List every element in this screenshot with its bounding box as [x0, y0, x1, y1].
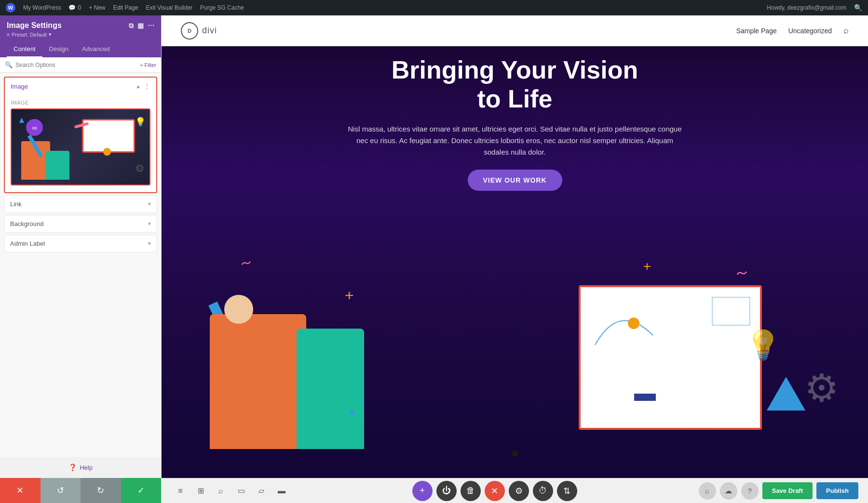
admin-label-expand-icon[interactable]: ▾ — [148, 240, 151, 247]
undo-button[interactable]: ↺ — [41, 478, 81, 503]
admin-label-section-card: Admin Label ▾ — [4, 235, 157, 252]
edit-page-link[interactable]: Edit Page — [113, 4, 138, 11]
background-section-header[interactable]: Background ▾ — [4, 215, 157, 232]
toolbar-grid-button[interactable]: ⊞ — [191, 482, 210, 500]
panel-title-icons: ⧉ ▦ ⋯ — [129, 22, 154, 30]
toolbar-cloud-button[interactable]: ☁ — [720, 482, 737, 500]
illus-teal-shape — [297, 329, 364, 449]
toolbar-left: ≡ ⊞ ⌕ ▭ ▱ ▬ — [171, 482, 291, 500]
tab-design[interactable]: Design — [42, 41, 75, 57]
toolbar-help-button[interactable]: ? — [741, 482, 759, 500]
redo-button[interactable]: ↻ — [81, 478, 121, 503]
toolbar-sort-button[interactable]: ⇅ — [557, 481, 577, 501]
hero-heading: Bringing Your Vision to Life — [392, 56, 638, 114]
save-draft-button[interactable]: Save Draft — [762, 482, 813, 499]
svg-point-0 — [628, 318, 639, 329]
panel-title-text: Image Settings — [7, 21, 62, 30]
toolbar-mobile-button[interactable]: ▬ — [272, 482, 291, 500]
toolbar-center: + ⏻ 🗑 ✕ ⚙ ⏱ ⇅ — [412, 481, 577, 501]
background-expand-icon[interactable]: ▾ — [148, 221, 151, 227]
panel-header: Image Settings ⧉ ▦ ⋯ Preset: Default ▾ — [0, 15, 161, 41]
toolbar-close-button[interactable]: ✕ — [485, 481, 505, 501]
illus-yellow-dot — [103, 148, 111, 156]
divi-d-letter: D — [188, 28, 191, 34]
image-preview[interactable]: ∞ ⚙ 💡 ▲ — [11, 108, 150, 185]
toolbar-search-button[interactable]: ⌕ — [212, 482, 230, 500]
illus-big-whiteboard — [579, 285, 762, 430]
wp-logo-icon[interactable]: W — [6, 3, 15, 13]
image-section-content: Image ∞ ⚙ 💡 — [5, 95, 156, 192]
background-section-title: Background — [10, 220, 43, 227]
admin-label-section-title: Admin Label — [10, 240, 45, 247]
link-section-title: Link — [10, 200, 22, 208]
hero-heading-line1: Bringing Your Vision — [392, 56, 638, 84]
filter-button[interactable]: + Filter — [140, 62, 156, 68]
admin-label-section-header[interactable]: Admin Label ▾ — [4, 235, 157, 252]
illus-navy-rect — [634, 394, 656, 401]
toolbar-menu-button[interactable]: ≡ — [171, 482, 190, 500]
link-section-icons: ▾ — [148, 201, 151, 207]
panel-copy-icon[interactable]: ⧉ — [129, 22, 134, 30]
panel-title: Image Settings ⧉ ▦ ⋯ — [7, 21, 154, 30]
search-icon: 🔍 — [5, 61, 13, 68]
nav-sample-page[interactable]: Sample Page — [736, 27, 777, 35]
site-name[interactable]: My WordPress — [23, 4, 61, 11]
illus-curve-svg — [590, 297, 677, 355]
admin-search-icon[interactable]: 🔍 — [854, 4, 862, 12]
illus-person-orange — [210, 304, 297, 449]
image-collapse-icon[interactable]: ▲ — [136, 83, 141, 89]
hero-body-text: Nisl massa, ultrices vitae ornare sit am… — [346, 123, 684, 158]
panel-columns-icon[interactable]: ▦ — [137, 22, 144, 29]
toolbar-power-button[interactable]: ⏻ — [436, 481, 457, 501]
panel-search-bar: 🔍 + Filter — [0, 57, 161, 73]
comments-count: 0 — [78, 4, 81, 11]
exit-vb-link[interactable]: Exit Visual Builder — [146, 4, 193, 11]
search-input[interactable] — [15, 62, 137, 68]
comments-section[interactable]: 💬 0 — [68, 4, 81, 11]
confirm-button[interactable]: ✓ — [121, 478, 162, 503]
illus-pink-cross-icon: 〜 — [734, 265, 748, 282]
panel-preset: Preset: Default ▾ — [7, 31, 154, 38]
tab-advanced[interactable]: Advanced — [75, 41, 117, 57]
toolbar-right: ⌕ ☁ ? Save Draft Publish — [699, 482, 858, 500]
illus-screen — [82, 119, 135, 153]
link-section-header[interactable]: Link ▾ — [4, 196, 157, 212]
comment-icon: 💬 — [68, 4, 76, 11]
toolbar-trash-button[interactable]: 🗑 — [461, 481, 481, 501]
divi-logo-icon: D — [181, 22, 198, 40]
hero-heading-line2: to Life — [477, 85, 553, 113]
panel-more-icon[interactable]: ⋯ — [148, 22, 154, 29]
preset-label[interactable]: Preset: Default — [12, 32, 47, 38]
preset-chevron-icon: ▾ — [49, 31, 52, 38]
illus-pink-wave-icon: 〜 — [239, 255, 253, 272]
illus-big-triangle-icon — [767, 377, 805, 410]
divi-logo-text: divi — [202, 26, 217, 36]
illus-circle: ∞ — [26, 119, 43, 136]
image-more-icon[interactable]: ⋮ — [144, 82, 150, 90]
site-search-icon[interactable]: ⌕ — [843, 26, 849, 36]
divi-logo: D divi — [181, 22, 217, 40]
tab-content[interactable]: Content — [7, 41, 42, 57]
toolbar-tablet-button[interactable]: ▱ — [252, 482, 271, 500]
new-item-link[interactable]: + New — [89, 4, 105, 11]
image-preview-inner: ∞ ⚙ 💡 ▲ — [12, 109, 149, 185]
link-expand-icon[interactable]: ▾ — [148, 201, 151, 207]
toolbar-desktop-button[interactable]: ▭ — [232, 482, 250, 500]
panel-help[interactable]: ❓ Help — [0, 457, 161, 478]
toolbar-add-button[interactable]: + — [412, 481, 433, 501]
toolbar-history-button[interactable]: ⏱ — [533, 481, 553, 501]
hero-cta-button[interactable]: VIEW OUR WORK — [468, 170, 562, 191]
howdy-label: Howdy, deezgrafix@gmail.com — [767, 4, 846, 11]
publish-button[interactable]: Publish — [816, 482, 858, 499]
purge-cache-link[interactable]: Purge SG Cache — [200, 4, 244, 11]
illus-bulb-icon: 💡 — [135, 117, 146, 127]
image-section-header[interactable]: Image ▲ ⋮ — [5, 78, 156, 95]
help-text[interactable]: Help — [80, 464, 93, 471]
cancel-button[interactable]: ✕ — [0, 478, 41, 503]
toolbar-settings-button[interactable]: ⚙ — [509, 481, 529, 501]
panel-sections: Image ▲ ⋮ Image ∞ — [0, 73, 161, 457]
toolbar-search-right-button[interactable]: ⌕ — [699, 482, 716, 500]
preset-dot — [7, 33, 10, 36]
slider-dot-active[interactable] — [512, 450, 518, 457]
nav-uncategorized[interactable]: Uncategorized — [788, 27, 832, 35]
